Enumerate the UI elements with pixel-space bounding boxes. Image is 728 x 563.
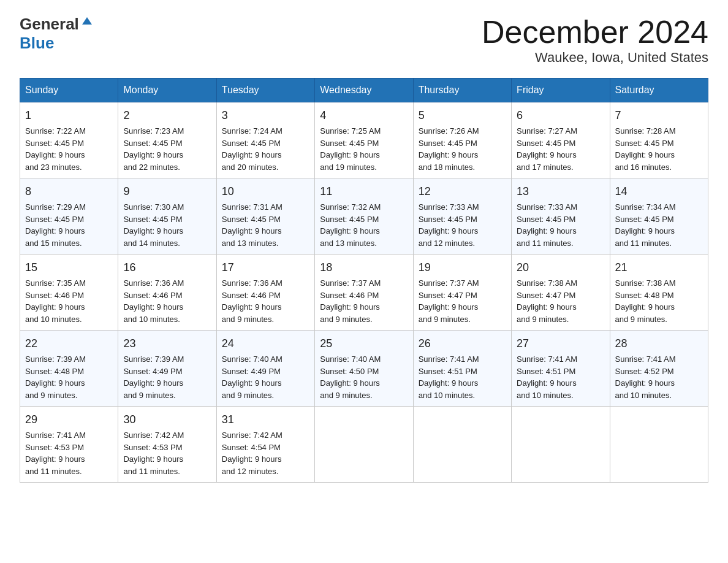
daylight-label: Daylight: 9 hours <box>25 378 85 388</box>
daylight-label: Daylight: 9 hours <box>222 226 282 236</box>
daylight-label: Daylight: 9 hours <box>615 302 675 312</box>
calendar-cell <box>512 407 610 483</box>
sunset-text: Sunset: 4:45 PM <box>222 215 281 224</box>
sunrise-text: Sunrise: 7:37 AM <box>419 278 479 288</box>
day-number: 29 <box>25 412 113 428</box>
daylight-minutes: and 17 minutes. <box>517 163 574 172</box>
sunrise-text: Sunrise: 7:29 AM <box>25 202 86 212</box>
daylight-label: Daylight: 9 hours <box>419 302 479 312</box>
daylight-minutes: and 12 minutes. <box>222 467 279 476</box>
calendar-cell: 23Sunrise: 7:39 AMSunset: 4:49 PMDayligh… <box>118 331 216 407</box>
daylight-label: Daylight: 9 hours <box>320 226 380 236</box>
calendar-week-row: 8Sunrise: 7:29 AMSunset: 4:45 PMDaylight… <box>20 178 708 255</box>
sunset-text: Sunset: 4:45 PM <box>123 139 182 148</box>
calendar-cell: 5Sunrise: 7:26 AMSunset: 4:45 PMDaylight… <box>413 102 511 178</box>
sunset-text: Sunset: 4:45 PM <box>615 139 674 148</box>
day-number: 22 <box>25 335 113 352</box>
daylight-minutes: and 10 minutes. <box>419 391 476 400</box>
day-number: 26 <box>419 335 506 352</box>
sunset-text: Sunset: 4:45 PM <box>419 139 477 148</box>
sunset-text: Sunset: 4:45 PM <box>320 215 379 224</box>
daylight-label: Daylight: 9 hours <box>419 226 479 236</box>
sunrise-text: Sunrise: 7:27 AM <box>517 126 577 136</box>
sunset-text: Sunset: 4:47 PM <box>419 291 477 300</box>
title-block: December 2024 Waukee, Iowa, United State… <box>482 15 708 66</box>
sunset-text: Sunset: 4:49 PM <box>123 367 182 376</box>
sunrise-text: Sunrise: 7:41 AM <box>615 354 676 364</box>
daylight-label: Daylight: 9 hours <box>517 150 577 159</box>
daylight-minutes: and 14 minutes. <box>123 239 180 248</box>
daylight-label: Daylight: 9 hours <box>320 302 380 312</box>
daylight-minutes: and 9 minutes. <box>320 315 372 324</box>
sunrise-text: Sunrise: 7:34 AM <box>615 202 676 212</box>
calendar-cell: 2Sunrise: 7:23 AMSunset: 4:45 PMDaylight… <box>118 102 216 178</box>
sunset-text: Sunset: 4:46 PM <box>320 291 379 300</box>
day-number: 13 <box>517 183 604 200</box>
sunset-text: Sunset: 4:45 PM <box>517 215 575 224</box>
day-number: 15 <box>25 259 113 276</box>
sunset-text: Sunset: 4:50 PM <box>320 367 379 376</box>
calendar-table: SundayMondayTuesdayWednesdayThursdayFrid… <box>20 78 708 483</box>
day-number: 2 <box>123 107 211 124</box>
calendar-cell: 14Sunrise: 7:34 AMSunset: 4:45 PMDayligh… <box>610 178 708 255</box>
calendar-cell: 26Sunrise: 7:41 AMSunset: 4:51 PMDayligh… <box>413 331 511 407</box>
daylight-minutes: and 18 minutes. <box>419 163 476 172</box>
sunset-text: Sunset: 4:54 PM <box>222 443 281 452</box>
calendar-cell: 9Sunrise: 7:30 AMSunset: 4:45 PMDaylight… <box>118 178 216 255</box>
sunrise-text: Sunrise: 7:41 AM <box>517 354 577 364</box>
daylight-minutes: and 11 minutes. <box>123 467 180 476</box>
sunrise-text: Sunrise: 7:24 AM <box>222 126 282 136</box>
sunset-text: Sunset: 4:53 PM <box>25 443 84 452</box>
sunrise-text: Sunrise: 7:37 AM <box>320 278 381 288</box>
calendar-cell: 30Sunrise: 7:42 AMSunset: 4:53 PMDayligh… <box>118 407 216 483</box>
sunrise-text: Sunrise: 7:23 AM <box>123 126 184 136</box>
daylight-minutes: and 16 minutes. <box>615 163 672 172</box>
daylight-minutes: and 9 minutes. <box>222 391 274 400</box>
day-header-sunday: Sunday <box>20 79 118 102</box>
sunrise-text: Sunrise: 7:33 AM <box>517 202 577 212</box>
day-number: 5 <box>419 107 506 124</box>
calendar-cell: 6Sunrise: 7:27 AMSunset: 4:45 PMDaylight… <box>512 102 610 178</box>
calendar-cell: 1Sunrise: 7:22 AMSunset: 4:45 PMDaylight… <box>20 102 118 178</box>
sunrise-text: Sunrise: 7:33 AM <box>419 202 479 212</box>
daylight-minutes: and 11 minutes. <box>25 467 82 476</box>
calendar-cell: 20Sunrise: 7:38 AMSunset: 4:47 PMDayligh… <box>512 255 610 331</box>
sunset-text: Sunset: 4:45 PM <box>25 215 84 224</box>
daylight-minutes: and 9 minutes. <box>517 315 569 324</box>
daylight-minutes: and 9 minutes. <box>222 315 274 324</box>
sunset-text: Sunset: 4:53 PM <box>123 443 182 452</box>
daylight-label: Daylight: 9 hours <box>419 150 479 159</box>
calendar-cell: 12Sunrise: 7:33 AMSunset: 4:45 PMDayligh… <box>413 178 511 255</box>
calendar-cell: 16Sunrise: 7:36 AMSunset: 4:46 PMDayligh… <box>118 255 216 331</box>
day-header-wednesday: Wednesday <box>315 79 413 102</box>
sunrise-text: Sunrise: 7:42 AM <box>222 431 282 440</box>
daylight-label: Daylight: 9 hours <box>123 150 183 159</box>
calendar-week-row: 29Sunrise: 7:41 AMSunset: 4:53 PMDayligh… <box>20 407 708 483</box>
daylight-label: Daylight: 9 hours <box>123 226 183 236</box>
daylight-minutes: and 10 minutes. <box>25 315 82 324</box>
daylight-minutes: and 10 minutes. <box>517 391 574 400</box>
daylight-minutes: and 9 minutes. <box>123 391 175 400</box>
calendar-cell: 27Sunrise: 7:41 AMSunset: 4:51 PMDayligh… <box>512 331 610 407</box>
daylight-minutes: and 9 minutes. <box>25 391 77 400</box>
calendar-cell: 31Sunrise: 7:42 AMSunset: 4:54 PMDayligh… <box>216 407 314 483</box>
daylight-minutes: and 9 minutes. <box>615 315 667 324</box>
daylight-minutes: and 13 minutes. <box>320 239 377 248</box>
daylight-label: Daylight: 9 hours <box>517 378 577 388</box>
calendar-cell: 4Sunrise: 7:25 AMSunset: 4:45 PMDaylight… <box>315 102 413 178</box>
sunrise-text: Sunrise: 7:38 AM <box>615 278 676 288</box>
daylight-minutes: and 15 minutes. <box>25 239 82 248</box>
day-number: 25 <box>320 335 408 352</box>
calendar-cell: 7Sunrise: 7:28 AMSunset: 4:45 PMDaylight… <box>610 102 708 178</box>
daylight-label: Daylight: 9 hours <box>25 226 85 236</box>
sunset-text: Sunset: 4:49 PM <box>222 367 281 376</box>
calendar-week-row: 15Sunrise: 7:35 AMSunset: 4:46 PMDayligh… <box>20 255 708 331</box>
daylight-label: Daylight: 9 hours <box>222 150 282 159</box>
sunset-text: Sunset: 4:45 PM <box>25 139 84 148</box>
sunset-text: Sunset: 4:45 PM <box>517 139 575 148</box>
daylight-label: Daylight: 9 hours <box>320 378 380 388</box>
daylight-label: Daylight: 9 hours <box>222 302 282 312</box>
logo-line2: Blue <box>20 34 93 53</box>
daylight-minutes: and 22 minutes. <box>123 163 180 172</box>
daylight-label: Daylight: 9 hours <box>222 378 282 388</box>
